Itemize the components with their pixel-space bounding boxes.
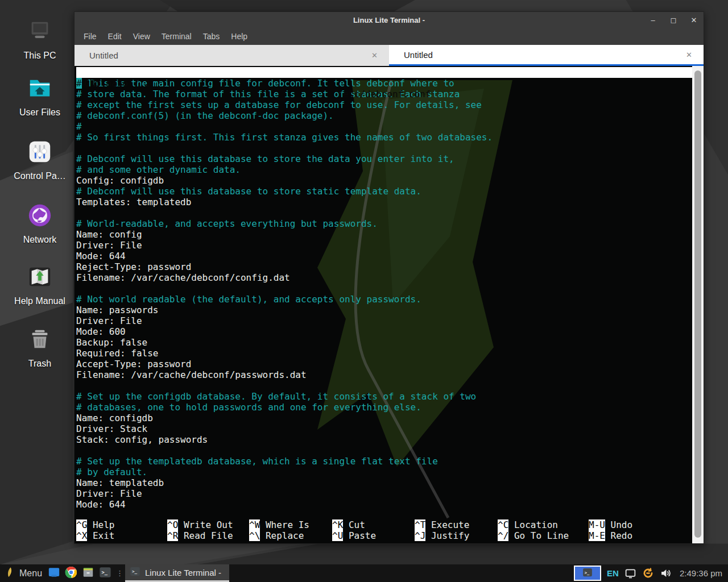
shortcut-exit: ^X Exit [76,530,167,541]
minimize-button[interactable]: – [649,16,657,24]
terminal-scrollbar[interactable] [692,66,704,543]
quick-launchers: >_ [46,566,114,581]
tab-close-icon[interactable]: ✕ [369,50,380,61]
desktop-icon-user-files[interactable]: User Files [1,75,78,118]
tab-1[interactable]: Untitled✕ [75,45,389,66]
menu-view[interactable]: View [127,30,156,43]
terminal-line: Name: templatedb [76,477,692,488]
nano-shortcut-bar: ^G Help^X Exit^O Write Out^R Read File^W… [76,519,692,541]
file-manager-blue-icon [48,566,60,581]
shortcut-label: Read File [184,530,233,541]
shortcut-cut: ^K Cut [332,519,415,530]
tab-close-icon[interactable]: ✕ [684,49,694,60]
active-task-button[interactable]: >_ Linux Lite Terminal - [125,564,229,582]
shortcut-label: Justify [431,530,469,541]
maximize-button[interactable]: ◻ [669,16,677,24]
terminal-line: Filename: /var/cache/debconf/passwords.d… [76,369,692,380]
shortcut-location: ^C Location [498,519,589,530]
terminal-line: Templates: templatedb [76,197,692,207]
computer-icon [27,18,53,47]
terminal-line: Accept-Type: password [76,359,692,369]
terminal-line: # This is the main config file for debco… [76,78,692,89]
terminal-line: # Set up the configdb database. By defau… [76,391,692,402]
svg-text:>_: >_ [132,569,138,574]
menu-file[interactable]: File [78,30,102,43]
launcher-file-manager-blue-icon[interactable] [46,566,63,581]
launcher-chrome-icon[interactable] [63,566,80,581]
terminal-line: Name: configdb [76,413,692,423]
menu-button-label: Menu [19,568,42,579]
clock[interactable]: 2:49:36 pm [677,568,722,578]
desktop-icon-trash[interactable]: Trash [1,326,78,369]
terminal-line: Mode: 600 [76,326,692,337]
shortcut-execute: ^T Execute [415,519,498,530]
scrollbar-thumb[interactable] [694,70,701,538]
shortcut-redo: M-E Redo [589,530,632,541]
tab-2-active[interactable]: Untitled✕ [389,45,704,66]
desktop-icon-help-manual[interactable]: Help Manual [1,264,78,306]
terminal-line: # World-readable, and accepts everything… [76,218,692,229]
desktop-icon-control-pa[interactable]: Control Pa… [1,139,78,181]
terminal-line: # Debconf will use this database to stor… [76,186,692,197]
shortcut-key: ^O [167,519,178,530]
terminal-line: # Debconf will use this database to stor… [76,153,692,164]
terminal-line: # and some other dynamic data. [76,164,692,175]
launcher-archive-box-icon[interactable] [80,566,97,581]
control-panel-icon [27,139,53,167]
volume-icon[interactable] [660,567,672,579]
close-button[interactable]: ✕ [690,16,698,24]
display-icon[interactable] [624,567,636,579]
menu-button[interactable]: Menu [3,566,46,581]
shortcut-help: ^G Help [76,519,167,530]
menu-edit[interactable]: Edit [102,30,127,43]
shortcut-column: ^T Execute^J Justify [415,519,498,541]
shortcut-key: ^\ [249,530,260,541]
desktop-icon-label: This PC [24,51,56,61]
terminal-line: Name: config [76,229,692,240]
terminal-line: # except the first sets up a database fo… [76,99,692,110]
folder-home-icon [27,75,53,103]
terminal-line: # Not world readable (the default), and … [76,294,692,305]
menu-terminal[interactable]: Terminal [156,30,197,43]
terminal-line: Config: configdb [76,175,692,186]
keyboard-layout-indicator[interactable]: EN [607,568,619,578]
terminal-line: # [76,121,692,132]
shortcut-key: ^G [76,519,87,530]
shortcut-key: ^W [249,519,260,530]
shortcut-column: ^K Cut^U Paste [332,519,415,541]
update-icon[interactable] [642,567,654,579]
shortcut-justify: ^J Justify [415,530,498,541]
archive-box-icon [82,566,94,581]
shortcut-replace: ^\ Replace [249,530,332,541]
shortcut-label: Replace [266,530,304,541]
menu-help[interactable]: Help [225,30,253,43]
terminal-line: # by default. [76,467,692,477]
window-titlebar[interactable]: Linux Lite Terminal - –◻✕ [75,12,704,28]
help-manual-icon [27,264,53,292]
shortcut-label: Go To Line [514,530,569,541]
nano-titlebar: GNU nano 7.2 /etc/debconf.conf [76,67,692,78]
shortcut-label: Help [93,519,115,530]
shortcut-label: Location [514,519,558,530]
network-globe-icon [27,202,53,231]
terminal-line: Driver: File [76,240,692,251]
window-switcher-button[interactable]: >_ [574,566,601,581]
launcher-terminal-icon[interactable]: >_ [97,566,114,581]
shortcut-column: ^G Help^X Exit [76,519,167,541]
desktop-icon-label: User Files [19,107,60,118]
terminal-line: Driver: File [76,488,692,499]
shortcut-column: ^C Location^/ Go To Line [498,519,589,541]
desktop-icon-label: Help Manual [14,296,65,306]
shortcut-key: ^X [76,530,87,541]
desktop-icon-this-pc[interactable]: This PC [1,18,78,61]
shortcut-read-file: ^R Read File [167,530,249,541]
terminal-line: Stack: config, passwords [76,434,692,445]
window-controls: –◻✕ [649,16,698,24]
menu-tabs[interactable]: Tabs [197,30,226,43]
terminal-line: Filename: /var/cache/debconf/config.dat [76,272,692,283]
desktop-icon-network[interactable]: Network [1,202,78,245]
desktop-icon-label: Trash [28,359,51,369]
terminal-screen[interactable]: GNU nano 7.2 /etc/debconf.conf # This is… [75,66,692,543]
terminal-line: # Set up the templatedb database, which … [76,456,692,467]
terminal-line: Mode: 644 [76,499,692,510]
